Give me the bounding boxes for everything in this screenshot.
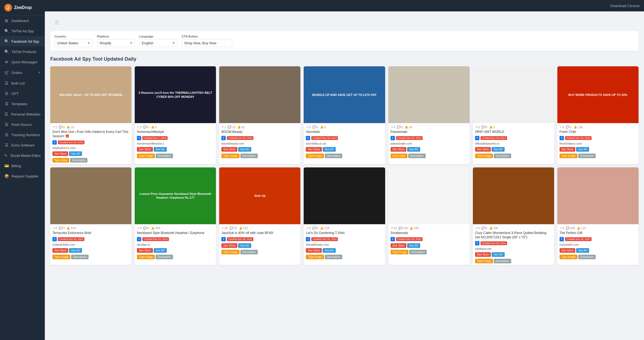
description-button[interactable]: Description <box>71 255 89 259</box>
type-button[interactable]: Type Image <box>560 154 577 158</box>
see-store-button[interactable]: See Store <box>391 147 406 152</box>
sidebar-item-facebook-ad-spy[interactable]: 🔍 Facebook Ad Spy <box>0 36 45 46</box>
hamburger-icon[interactable]: ☰ <box>50 17 63 28</box>
description-button[interactable]: Description <box>494 259 511 263</box>
ad-stats: ↗ 4 💬 0 👍 24 <box>391 125 467 129</box>
comment-count: 0 <box>486 126 487 129</box>
sidebar-item-billing[interactable]: 💳 Billing <box>0 161 45 171</box>
sidebar-item-bulk-list[interactable]: ☰ Bulk List <box>0 78 45 88</box>
description-button[interactable]: Description <box>578 154 596 158</box>
sidebar-item-social-media-editor[interactable]: ✎ Social Media Editor <box>0 150 45 161</box>
description-button[interactable]: Description <box>156 154 173 158</box>
see-store-button[interactable]: See Store <box>560 147 575 152</box>
description-button[interactable]: Description <box>70 158 87 163</box>
ad-card-body: ↗ 3 💬 292 👍 121 The Perfect Gift f Creat… <box>557 224 639 261</box>
see-store-button[interactable]: See Store <box>137 147 153 152</box>
type-button[interactable]: Type Image <box>137 154 155 158</box>
description-button[interactable]: Description <box>325 255 342 259</box>
ad-type-buttons: Type Image Description <box>221 250 298 254</box>
ad-date-badge: Created Nov 26, 2024 <box>227 237 253 241</box>
type-button[interactable]: Type Image <box>52 255 70 259</box>
see-store-button[interactable]: See Store <box>52 151 68 156</box>
see-store-button[interactable]: See Store <box>391 243 406 248</box>
sidebar-item-quick-messages[interactable]: ✉ Quick Messages <box>0 57 45 67</box>
see-ad-button[interactable]: See AD <box>407 243 420 248</box>
see-store-button[interactable]: See Store <box>475 252 491 257</box>
see-store-button[interactable]: See Store <box>306 248 322 253</box>
comment-count: 0 <box>147 226 149 230</box>
ad-type-buttons: Type Image Description <box>560 154 636 158</box>
type-button[interactable]: Type Image <box>306 255 324 259</box>
type-button[interactable]: Type Image <box>475 259 493 263</box>
description-button[interactable]: Description <box>240 154 258 158</box>
see-ad-button[interactable]: See AD <box>492 147 505 152</box>
see-ad-button[interactable]: See AD <box>154 248 167 253</box>
see-ad-button[interactable]: See AD <box>492 252 505 257</box>
ad-date-badge: Created Nov 26, 2024 <box>58 237 84 241</box>
see-store-button[interactable]: See Store <box>221 243 237 248</box>
ad-card: ↗ 0 💬 0 👍 134 Terracotta Endurance Brief… <box>50 167 131 265</box>
comment-icon: 💬 <box>397 125 401 129</box>
see-store-button[interactable]: See Store <box>137 248 153 253</box>
sidebar-item-personal-websites[interactable]: ☰ Personal Websites <box>0 109 45 119</box>
language-select[interactable]: English French Spanish German <box>139 39 177 47</box>
see-ad-button[interactable]: See AD <box>238 243 251 248</box>
see-store-button[interactable]: See Store <box>52 248 68 253</box>
see-ad-button[interactable]: See AD <box>323 147 336 152</box>
sidebar-item-gpt[interactable]: ☰ GPT <box>0 88 45 99</box>
type-button[interactable]: Type Image <box>475 154 493 158</box>
sidebar-item-tiktok-products[interactable]: 🔍 TikTok Products <box>0 46 45 57</box>
cta-input[interactable] <box>182 39 232 47</box>
share-icon: ↗ <box>137 125 139 129</box>
type-button[interactable]: Type Image <box>221 154 239 158</box>
see-store-button[interactable]: See Store <box>475 147 491 152</box>
see-ad-button[interactable]: See AD <box>407 147 420 152</box>
see-ad-button[interactable]: See AD <box>576 248 589 253</box>
see-ad-button[interactable]: See AD <box>154 147 167 152</box>
see-store-button[interactable]: See Store <box>560 248 575 253</box>
facebook-icon: f <box>137 237 141 241</box>
download-chrome-link[interactable]: Download Chrome <box>610 4 640 8</box>
sidebar-item-tiktok-ad-spy[interactable]: 🔍 TikTok Ad Spy <box>0 26 45 36</box>
sidebar-item-tracking-numbers[interactable]: ☰ Tracking Numbers <box>0 130 45 140</box>
facebook-icon: f <box>306 237 310 241</box>
platform-select[interactable]: Shopify WooCommerce BigCommerce <box>97 39 135 47</box>
description-button[interactable]: Description <box>156 255 173 259</box>
sidebar-item-templates[interactable]: ☰ Templates <box>0 99 45 109</box>
see-ad-button[interactable]: See AD <box>238 147 251 152</box>
type-button[interactable]: Type Image <box>221 250 239 254</box>
share-icon: ↗ <box>221 226 224 230</box>
see-store-button[interactable]: See Store <box>306 147 322 152</box>
type-button[interactable]: Type Image <box>391 250 409 254</box>
see-ad-button[interactable]: See AD <box>69 248 82 253</box>
type-button[interactable]: Type video <box>52 158 69 163</box>
add-order-icon[interactable]: + <box>38 70 40 75</box>
description-button[interactable]: Description <box>325 154 342 158</box>
country-select[interactable]: United States United Kingdom Australia C… <box>55 39 93 47</box>
type-button[interactable]: Type Image <box>306 154 324 158</box>
description-button[interactable]: Description <box>240 250 258 254</box>
comment-count: 0 <box>401 126 403 129</box>
see-ad-button[interactable]: See AD <box>576 147 589 152</box>
sidebar-item-orders[interactable]: 🛒 Orders + <box>0 67 45 78</box>
type-button[interactable]: Type video <box>391 154 407 158</box>
type-button[interactable]: Type Image <box>137 255 155 259</box>
ad-image <box>304 167 385 224</box>
comment-stat: 💬 0 <box>481 125 487 129</box>
sidebar-item-extra-software[interactable]: ☰ Extra Software <box>0 140 45 150</box>
ad-stats: ↗ 2 💬 10 👍 62 <box>221 125 298 129</box>
see-ad-button[interactable]: See AD <box>69 151 82 156</box>
description-button[interactable]: Description <box>494 154 511 158</box>
ad-action-buttons: See Store See AD <box>306 147 383 152</box>
like-count: 249 <box>414 226 419 230</box>
see-store-button[interactable]: See Store <box>221 147 237 152</box>
ad-date-badge: Created Nov 26, 2024 <box>396 237 423 241</box>
sidebar-item-feed-source[interactable]: ☰ Feed Source <box>0 119 45 130</box>
description-button[interactable]: Description <box>578 255 596 259</box>
sidebar-item-request-supplier[interactable]: 📦 Request Supplier <box>0 171 45 181</box>
sidebar-item-dashboard[interactable]: ⊞ Dashboard <box>0 15 45 26</box>
description-button[interactable]: Description <box>409 250 427 254</box>
type-button[interactable]: Type Image <box>560 255 577 259</box>
description-button[interactable]: Description <box>408 154 426 158</box>
see-ad-button[interactable]: See AD <box>323 248 336 253</box>
